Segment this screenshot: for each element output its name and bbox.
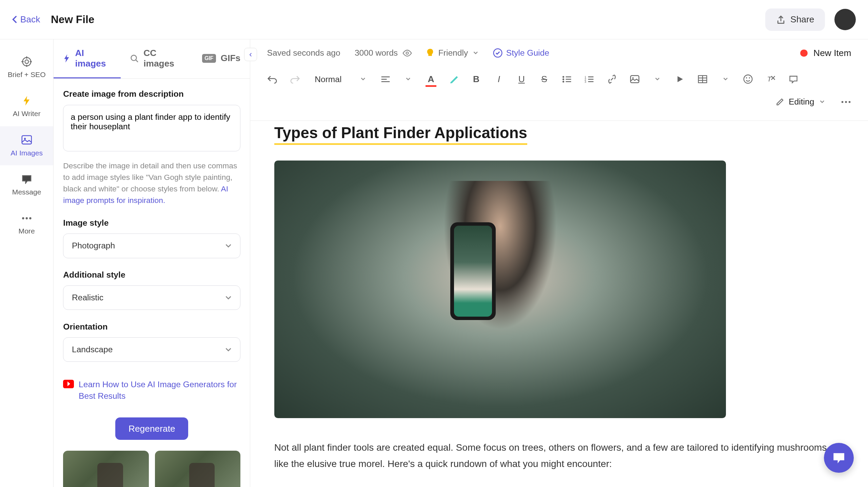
svg-point-20 xyxy=(563,78,564,80)
undo-button[interactable] xyxy=(262,69,283,90)
saved-status: Saved seconds ago xyxy=(267,48,340,58)
more-icon xyxy=(21,213,32,224)
text-color-button[interactable]: A xyxy=(421,69,441,90)
redo-button[interactable] xyxy=(285,69,305,90)
svg-rect-30 xyxy=(631,76,639,83)
target-icon xyxy=(21,56,32,67)
strikethrough-button[interactable]: S xyxy=(534,69,554,90)
bullet-list-button[interactable] xyxy=(557,69,577,90)
rail-message[interactable]: Message xyxy=(0,165,53,204)
image-prompt-input[interactable] xyxy=(63,105,240,151)
emoji-button[interactable] xyxy=(738,69,758,90)
rail-ai-writer[interactable]: AI Writer xyxy=(0,87,53,126)
svg-point-37 xyxy=(746,77,747,79)
rail-brief-seo[interactable]: Brief + SEO xyxy=(0,48,53,87)
mode-label: Editing xyxy=(789,97,814,107)
user-avatar[interactable] xyxy=(834,9,856,30)
check-circle-icon xyxy=(493,48,502,58)
paragraph-format-select[interactable]: Normal xyxy=(308,71,373,88)
insert-table-button[interactable] xyxy=(693,69,713,90)
bold-button[interactable]: B xyxy=(466,69,487,90)
insert-video-button[interactable] xyxy=(670,69,690,90)
svg-point-43 xyxy=(845,101,847,103)
header-left: Back New File xyxy=(12,13,94,26)
format-value: Normal xyxy=(315,75,341,84)
svg-point-10 xyxy=(29,217,31,219)
rail-label: Brief + SEO xyxy=(8,71,46,79)
svg-point-8 xyxy=(22,217,24,219)
align-button[interactable] xyxy=(376,69,396,90)
image-style-select[interactable]: Photograph xyxy=(63,233,240,258)
table-dropdown[interactable] xyxy=(715,69,735,90)
hero-image[interactable] xyxy=(274,161,726,418)
style-guide-button[interactable]: Style Guide xyxy=(493,48,549,58)
svg-point-0 xyxy=(22,57,31,66)
rail-more[interactable]: More xyxy=(0,205,53,244)
comment-button[interactable] xyxy=(783,69,804,90)
chevron-down-icon xyxy=(225,347,232,352)
regenerate-button[interactable]: Regenerate xyxy=(115,417,188,440)
status-dot-icon xyxy=(800,50,807,57)
svg-point-1 xyxy=(25,60,28,63)
thumbnail-2[interactable] xyxy=(155,451,241,487)
tone-selector[interactable]: Friendly xyxy=(427,48,479,58)
doc-heading[interactable]: Types of Plant Finder Applications xyxy=(274,124,527,145)
editor-meta-left: Saved seconds ago 3000 words Friendly St… xyxy=(267,48,549,58)
link-button[interactable] xyxy=(602,69,622,90)
document-body[interactable]: Types of Plant Finder Applications Not a… xyxy=(250,121,868,487)
highlight-button[interactable] xyxy=(443,69,464,90)
bolt-icon xyxy=(63,54,70,63)
bulb-icon xyxy=(427,48,434,58)
svg-point-31 xyxy=(632,77,634,79)
more-toolbar-button[interactable] xyxy=(836,92,856,112)
share-button[interactable]: Share xyxy=(765,8,825,31)
svg-point-13 xyxy=(406,52,409,54)
prompt-hint: Describe the image in detail and then us… xyxy=(63,160,240,206)
chat-icon xyxy=(21,174,32,185)
svg-point-36 xyxy=(744,75,752,83)
numbered-list-button[interactable]: 123 xyxy=(579,69,600,90)
chevron-left-icon xyxy=(12,15,18,24)
new-item-label: New Item xyxy=(813,48,851,58)
svg-point-11 xyxy=(131,55,137,60)
tab-cc-images[interactable]: CC images xyxy=(121,39,193,78)
chat-fab[interactable] xyxy=(824,443,854,473)
chevron-down-icon xyxy=(225,243,232,248)
underline-button[interactable]: U xyxy=(511,69,532,90)
eye-icon[interactable] xyxy=(402,50,412,57)
page-title: New File xyxy=(51,13,94,26)
tab-ai-images[interactable]: AI images xyxy=(54,39,121,78)
new-item-button[interactable]: New Item xyxy=(800,48,851,58)
learn-link[interactable]: Learn How to Use AI Image Generators for… xyxy=(63,379,240,402)
svg-line-12 xyxy=(136,60,138,62)
rail-label: More xyxy=(19,227,35,235)
back-label: Back xyxy=(20,14,40,25)
search-icon xyxy=(130,54,139,63)
insert-image-button[interactable] xyxy=(625,69,645,90)
image-dropdown[interactable] xyxy=(647,69,668,90)
italic-button[interactable]: I xyxy=(489,69,509,90)
rail-label: Message xyxy=(12,188,41,196)
hint-text: Describe the image in detail and then us… xyxy=(63,161,237,193)
rail-ai-images[interactable]: AI Images xyxy=(0,126,53,165)
collapse-panel-button[interactable]: ‹ xyxy=(244,48,257,61)
svg-point-42 xyxy=(841,101,843,103)
tab-label: AI images xyxy=(75,48,112,69)
back-button[interactable]: Back xyxy=(12,14,40,25)
orientation-select[interactable]: Landscape xyxy=(63,337,240,362)
additional-style-select[interactable]: Realistic xyxy=(63,285,240,310)
pencil-icon xyxy=(776,98,784,106)
chat-icon xyxy=(832,451,846,465)
thumbnail-1[interactable] xyxy=(63,451,149,487)
clear-format-button[interactable]: T xyxy=(761,69,781,90)
align-dropdown[interactable] xyxy=(398,69,418,90)
tab-gifs[interactable]: GIF GIFs xyxy=(193,39,250,78)
svg-point-44 xyxy=(848,101,850,103)
rail-label: AI Writer xyxy=(13,110,41,118)
svg-point-22 xyxy=(563,81,564,82)
doc-paragraph[interactable]: Not all plant finder tools are created e… xyxy=(274,439,835,472)
editor-toolbar: Normal A B I U S 123 T xyxy=(250,64,868,121)
left-rail: Brief + SEO AI Writer AI Images Message … xyxy=(0,39,54,487)
edit-mode-select[interactable]: Editing xyxy=(767,94,833,110)
image-style-label: Image style xyxy=(63,218,240,228)
